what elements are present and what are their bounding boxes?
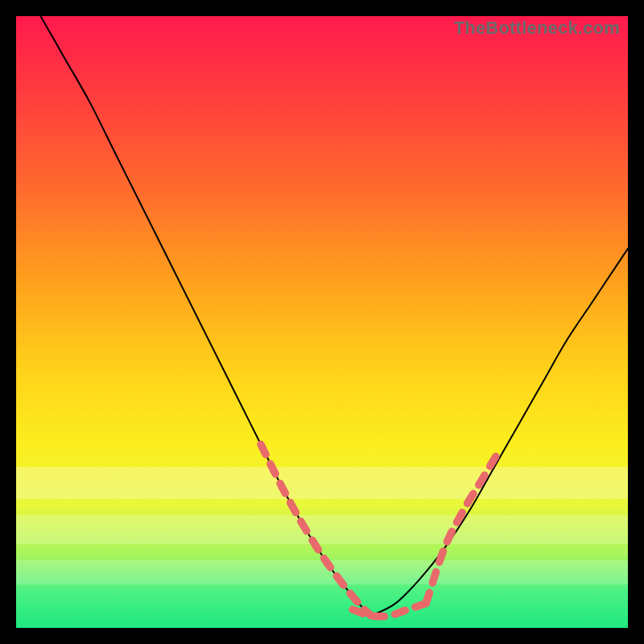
highlight-segment-left xyxy=(261,444,371,616)
curve-layer xyxy=(16,16,628,628)
chart-frame: TheBottleneck.com xyxy=(0,0,644,644)
bottleneck-curve-left xyxy=(40,16,370,616)
bottleneck-curve-right xyxy=(371,249,628,616)
highlight-segment-right xyxy=(426,451,499,604)
plot-area: TheBottleneck.com xyxy=(16,16,628,628)
highlight-segment-floor xyxy=(353,604,426,617)
watermark-text: TheBottleneck.com xyxy=(454,18,620,39)
